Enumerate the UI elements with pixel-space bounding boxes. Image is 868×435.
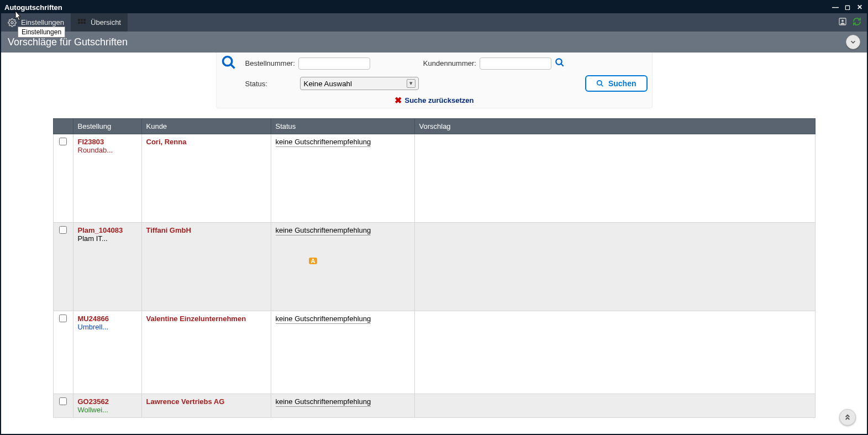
proposal-cell <box>414 311 815 394</box>
close-icon: ✖ <box>394 95 402 106</box>
row-checkbox[interactable] <box>59 226 67 234</box>
maximize-button[interactable]: ◻ <box>844 3 851 11</box>
customer-name[interactable]: Tiffani GmbH <box>146 226 191 234</box>
customer-name[interactable]: Lawrence Vertriebs AG <box>146 397 225 406</box>
reset-search-label: Suche zurücksetzen <box>405 96 474 104</box>
tab-settings[interactable]: Einstellungen Einstellungen <box>1 13 71 32</box>
scroll-top-button[interactable] <box>839 409 856 426</box>
order-number-label: Bestellnummer: <box>245 59 295 67</box>
svg-point-13 <box>597 81 602 85</box>
close-button[interactable]: ✕ <box>856 3 864 11</box>
customer-lookup-icon[interactable] <box>555 57 565 69</box>
svg-point-0 <box>11 22 13 24</box>
svg-rect-2 <box>81 19 83 21</box>
svg-line-14 <box>601 85 603 87</box>
svg-rect-3 <box>83 19 86 21</box>
toolbar-right <box>838 13 867 32</box>
tab-overview[interactable]: Übersicht <box>71 13 128 32</box>
proposal-cell <box>414 394 815 418</box>
order-id[interactable]: FI23803 <box>78 138 137 146</box>
proposal-cell <box>414 223 815 311</box>
status-text: keine Gutschriftenempfehlung <box>276 226 371 235</box>
user-icon[interactable] <box>838 17 847 28</box>
window-controls: — ◻ ✕ <box>832 3 864 11</box>
customer-number-input[interactable] <box>480 57 551 70</box>
col-proposal[interactable]: Vorschlag <box>414 119 815 134</box>
results-table: Bestellung Kunde Status Vorschlag FI2380… <box>53 118 816 418</box>
table-row[interactable]: MU24866Umbrell...Valentine Einzelunterne… <box>53 311 815 394</box>
svg-point-11 <box>556 59 562 65</box>
tooltip-settings: Einstellungen <box>18 27 65 38</box>
search-button[interactable]: Suchen <box>585 75 648 92</box>
minimize-button[interactable]: — <box>832 3 839 11</box>
order-number-input[interactable] <box>298 57 370 70</box>
order-id[interactable]: Plam_104083 <box>78 226 137 234</box>
order-subtext[interactable]: Plam IT... <box>78 234 137 243</box>
col-customer[interactable]: Kunde <box>141 119 271 134</box>
svg-rect-4 <box>78 22 80 24</box>
status-badge: A <box>309 258 318 264</box>
svg-line-10 <box>230 65 234 69</box>
search-icon <box>221 55 236 72</box>
order-id[interactable]: GO23562 <box>78 397 137 406</box>
svg-rect-5 <box>81 22 83 24</box>
customer-name[interactable]: Valentine Einzelunternehmen <box>146 315 246 323</box>
toolbar: Einstellungen Einstellungen Übersicht <box>1 13 867 32</box>
table-row[interactable]: GO23562Wollwei...Lawrence Vertriebs AGke… <box>53 394 815 418</box>
col-order[interactable]: Bestellung <box>73 119 141 134</box>
refresh-icon[interactable] <box>853 17 861 28</box>
window-title: Autogutschriften <box>4 3 62 12</box>
row-checkbox[interactable] <box>59 397 67 405</box>
order-subtext[interactable]: Roundab... <box>78 146 137 154</box>
col-checkbox <box>53 119 73 134</box>
svg-rect-1 <box>78 19 80 21</box>
reset-search-link[interactable]: ✖ Suche zurücksetzen <box>221 95 648 106</box>
customer-name[interactable]: Cori, Renna <box>146 138 187 146</box>
row-checkbox[interactable] <box>59 138 67 145</box>
row-checkbox[interactable] <box>59 315 67 322</box>
gear-icon <box>8 18 17 27</box>
table-header-row: Bestellung Kunde Status Vorschlag <box>53 119 815 134</box>
status-select[interactable]: Keine Auswahl <box>300 77 419 90</box>
tab-settings-label: Einstellungen <box>21 18 64 27</box>
customer-number-label: Kundennummer: <box>423 59 476 67</box>
search-panel: Bestellnummer: Kundennummer: Status: Kei… <box>216 53 653 108</box>
page-title: Vorschläge für Gutschriften <box>8 36 128 48</box>
status-text: keine Gutschriftenempfehlung <box>276 397 371 407</box>
order-subtext[interactable]: Wollwei... <box>78 406 137 414</box>
status-text: keine Gutschriftenempfehlung <box>276 138 371 147</box>
tab-overview-label: Übersicht <box>91 18 121 27</box>
page-subheader: Vorschläge für Gutschriften <box>1 32 867 53</box>
grid-icon <box>77 18 86 27</box>
proposal-cell <box>414 134 815 223</box>
status-label: Status: <box>245 80 297 88</box>
order-id[interactable]: MU24866 <box>78 315 137 323</box>
order-subtext[interactable]: Umbrell... <box>78 323 137 331</box>
table-row[interactable]: Plam_104083Plam IT...Tiffani GmbHkeine G… <box>53 223 815 311</box>
table-row[interactable]: FI23803Roundab...Cori, Rennakeine Gutsch… <box>53 134 815 223</box>
svg-line-12 <box>561 64 564 66</box>
status-text: keine Gutschriftenempfehlung <box>276 315 371 324</box>
svg-rect-6 <box>83 22 86 24</box>
search-button-label: Suchen <box>608 79 636 88</box>
content-area: Bestellnummer: Kundennummer: Status: Kei… <box>1 53 867 434</box>
svg-point-9 <box>223 57 232 66</box>
title-bar: Autogutschriften — ◻ ✕ <box>1 1 867 13</box>
svg-point-8 <box>841 20 844 22</box>
collapse-button[interactable] <box>846 35 860 49</box>
col-status[interactable]: Status <box>271 119 414 134</box>
